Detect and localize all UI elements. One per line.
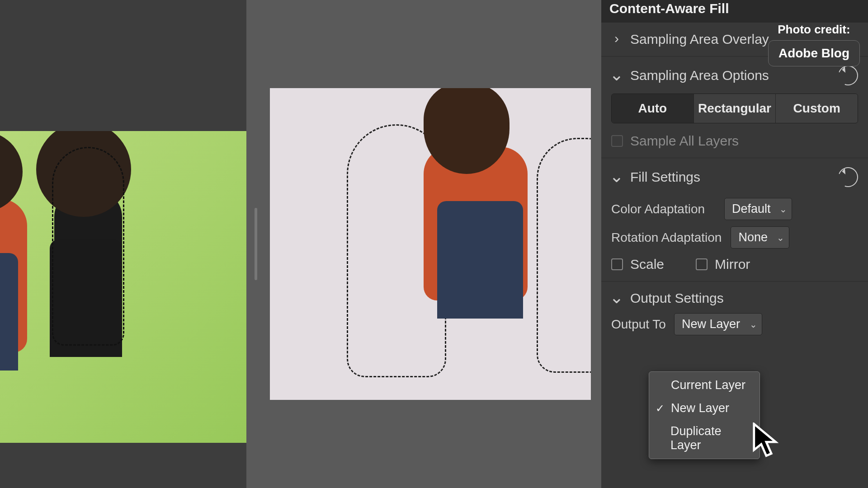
dropdown-option-duplicate-layer[interactable]: Duplicate Layer xyxy=(649,420,760,457)
sampling-mode-custom[interactable]: Custom xyxy=(776,94,858,123)
sample-all-layers-row: Sample All Layers xyxy=(611,133,858,149)
mirror-row[interactable]: Mirror xyxy=(696,257,750,272)
dropdown-option-label: New Layer xyxy=(671,401,729,415)
figure-black-jacket xyxy=(54,149,122,343)
sampling-area-options-section: Sampling Area Options Auto Rectangular C… xyxy=(601,56,868,158)
rotation-adaptation-label: Rotation Adaptation xyxy=(611,230,722,245)
photo-credit-label: Photo credit: xyxy=(768,23,860,37)
preview-canvas[interactable] xyxy=(265,0,601,488)
figure-orange-left xyxy=(0,158,27,352)
color-adaptation-select[interactable]: Default ⌄ xyxy=(724,198,792,220)
panel-title-bar: Content-Aware Fill xyxy=(601,0,868,23)
preview-image xyxy=(270,88,591,400)
removed-selection-outline-2 xyxy=(537,138,591,373)
output-to-label: Output To xyxy=(611,317,666,332)
chevron-right-icon[interactable] xyxy=(611,33,622,44)
rotation-adaptation-value: None xyxy=(738,230,768,244)
photo-credit-source: Adobe Blog xyxy=(768,40,860,66)
content-aware-fill-panel: Content-Aware Fill Sampling Area Overlay… xyxy=(601,0,868,488)
figure-orange-center xyxy=(437,106,528,300)
sample-all-layers-label: Sample All Layers xyxy=(630,133,739,149)
sampling-mode-segmented: Auto Rectangular Custom xyxy=(611,94,858,123)
rotation-adaptation-select[interactable]: None ⌄ xyxy=(731,226,789,249)
scale-checkbox[interactable] xyxy=(611,258,623,270)
output-to-select[interactable]: New Layer ⌄ xyxy=(674,313,762,335)
mirror-checkbox[interactable] xyxy=(696,258,708,270)
dropdown-option-current-layer[interactable]: Current Layer xyxy=(649,374,760,397)
fill-settings-section: Fill Settings Color Adaptation Default ⌄… xyxy=(601,158,868,282)
chevron-down-icon[interactable] xyxy=(611,171,622,182)
sampling-mode-auto[interactable]: Auto xyxy=(612,94,694,123)
output-settings-section: Output Settings Output To New Layer ⌄ xyxy=(601,282,868,344)
dropdown-option-label: Duplicate Layer xyxy=(670,424,751,452)
canvas-divider[interactable] xyxy=(246,0,265,488)
color-adaptation-label: Color Adaptation xyxy=(611,202,715,216)
canvas-area xyxy=(0,0,601,488)
fill-settings-label: Fill Settings xyxy=(630,169,700,185)
scale-label: Scale xyxy=(630,257,664,272)
chevron-down-icon[interactable] xyxy=(611,292,622,303)
sampling-mode-rectangular[interactable]: Rectangular xyxy=(694,94,776,123)
chevron-down-icon: ⌄ xyxy=(777,232,784,243)
app-root: Content-Aware Fill Sampling Area Overlay… xyxy=(0,0,868,488)
sample-all-layers-checkbox xyxy=(611,135,623,147)
chevron-down-icon: ⌄ xyxy=(779,204,787,215)
output-to-dropdown-menu: Current Layer ✓ New Layer Duplicate Laye… xyxy=(649,371,760,459)
output-to-value: New Layer xyxy=(682,317,740,331)
source-image xyxy=(0,131,246,443)
output-settings-label: Output Settings xyxy=(630,291,724,306)
dropdown-option-label: Current Layer xyxy=(671,378,745,392)
photo-credit: Photo credit: Adobe Blog xyxy=(768,23,860,66)
source-canvas[interactable] xyxy=(0,0,246,488)
chevron-down-icon[interactable] xyxy=(611,69,622,80)
chevron-down-icon: ⌄ xyxy=(750,319,757,330)
sampling-overlay-label: Sampling Area Overlay xyxy=(630,32,769,47)
check-icon: ✓ xyxy=(656,402,665,415)
scale-row[interactable]: Scale xyxy=(611,257,664,272)
mirror-label: Mirror xyxy=(715,257,750,272)
dropdown-option-new-layer[interactable]: ✓ New Layer xyxy=(649,397,760,420)
panel-title: Content-Aware Fill xyxy=(609,1,729,16)
sampling-options-label: Sampling Area Options xyxy=(630,68,769,83)
color-adaptation-value: Default xyxy=(732,202,771,216)
reset-icon[interactable] xyxy=(835,164,861,190)
canvas-split xyxy=(0,0,601,488)
